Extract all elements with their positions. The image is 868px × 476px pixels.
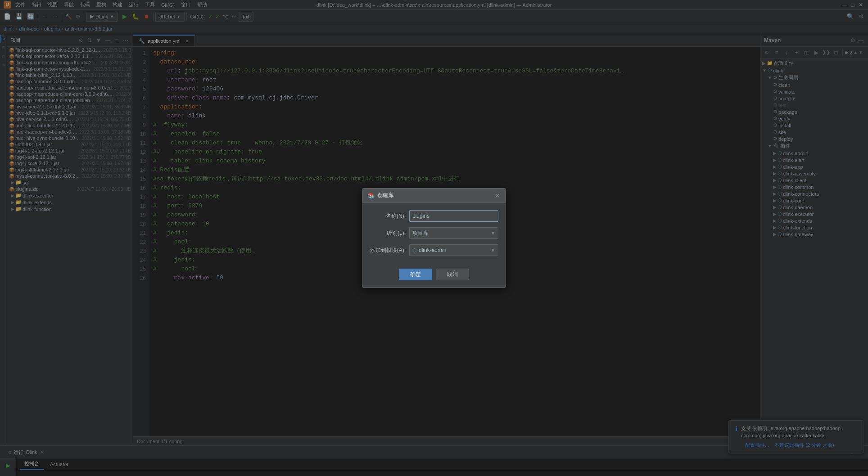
settings-icon-toolbar[interactable]: ⚙	[856, 12, 866, 22]
maven-settings-icon[interactable]: ⚙	[849, 37, 856, 44]
list-item[interactable]: ▶ 📁 sql	[7, 179, 133, 186]
settings-icon[interactable]: ⚙	[74, 12, 82, 22]
save-button[interactable]: 💾	[14, 12, 24, 22]
maven-thread-up[interactable]: ▲	[853, 50, 858, 55]
menu-nav[interactable]: 导航	[62, 1, 76, 8]
menu-file[interactable]: 文件	[14, 1, 27, 8]
list-item[interactable]: 📦 hadoop-mapreduce-client-jobclient-3.0.…	[7, 97, 133, 103]
list-item[interactable]: 📦 flink-sql-connector-mongodb-cdc-2.1.1.…	[7, 59, 133, 66]
maven-close-icon[interactable]: —	[857, 37, 864, 44]
git-check-icon[interactable]: ✓	[207, 12, 213, 22]
minimize-button[interactable]: —	[841, 1, 848, 9]
dialog-addto-select[interactable]: ⬡ dlink-admin ▼	[409, 244, 498, 256]
menu-view[interactable]: 视图	[46, 1, 59, 8]
menu-tools[interactable]: 工具	[143, 1, 157, 8]
list-item[interactable]: 📦 flink-sql-connector-mysql-cdc-2.1.1.ja…	[7, 66, 133, 72]
sidebar-sort-icon[interactable]: ⇅	[86, 37, 93, 44]
list-item[interactable]: 📦 plugins.zip 2022/4/7 12:00, 426.99 MB	[7, 186, 133, 192]
maven-dlink-client[interactable]: ▶⬡dlink-client	[760, 177, 868, 184]
editor-tab-application-yml[interactable]: 🔧 application.yml ✕	[133, 35, 195, 46]
maven-refresh-icon[interactable]: ↻	[762, 48, 771, 57]
list-item[interactable]: 📦 hadoop-mapreduce-client-core-3.0.0-cdh…	[7, 91, 133, 97]
maven-download-icon[interactable]: ↓	[782, 48, 791, 57]
run-stop-btn[interactable]: ■	[3, 472, 13, 476]
editor-tab-close[interactable]: ✕	[185, 38, 189, 44]
maven-deploy[interactable]: ⚙deploy	[760, 135, 868, 142]
sidebar-filter-icon[interactable]: ▼	[95, 37, 102, 44]
list-item[interactable]: 📦 libfb303-0.9.3.jar 2022/3/1 15:00, 313…	[7, 141, 133, 148]
maven-list-icon[interactable]: ≡	[772, 48, 781, 57]
list-item[interactable]: 📦 hive-exec-2.1.1-cdh6.2.1.jar 2022/3/1 …	[7, 103, 133, 110]
dialog-cancel-btn[interactable]: 取消	[436, 269, 469, 280]
dialog-confirm-btn[interactable]: 确定	[399, 269, 432, 280]
maven-run-icon[interactable]: ▶	[812, 48, 821, 57]
activity-bookmarks[interactable]: B	[0, 52, 7, 60]
maven-lifecycle-group[interactable]: ▼ ⚙ 生命周期	[760, 74, 868, 81]
breadcrumb-dlink[interactable]: dlink	[4, 26, 14, 31]
maximize-button[interactable]: □	[849, 1, 856, 9]
notification-link2[interactable]: 不建议此插件 (2 分钟 之前)	[774, 442, 834, 449]
undo-icon[interactable]: ↩	[231, 12, 237, 22]
list-item[interactable]: 📦 mysql-connector-java-8.0.22.jar 2022/3…	[7, 173, 133, 179]
run-panel-dlink-tab[interactable]: ⚙ 运行: Dlink ✕	[4, 447, 49, 458]
menu-edit[interactable]: 编辑	[30, 1, 43, 8]
menu-window[interactable]: 窗口	[179, 1, 193, 8]
maven-dlink-extends[interactable]: ▶⬡dlink-extends	[760, 217, 868, 224]
list-item[interactable]: ▶ 📁 dlink-executor	[7, 192, 133, 199]
activity-bigdata[interactable]: D	[0, 61, 7, 69]
maven-thread-down[interactable]: ▼	[859, 50, 863, 55]
tab-actuator[interactable]: Actuator	[45, 459, 73, 470]
forward-button[interactable]: →	[50, 12, 60, 22]
close-button[interactable]: ✕	[857, 1, 864, 9]
list-item[interactable]: ▶ 📁 dlink-extends	[7, 199, 133, 206]
menu-code[interactable]: 代码	[78, 1, 92, 8]
maven-dlink-assembly[interactable]: ▶⬡dlink-assembly	[760, 170, 868, 177]
maven-dlink-admin[interactable]: ▶⬡dlink-admin	[760, 150, 868, 157]
stop-button[interactable]: ■	[141, 12, 151, 22]
list-item[interactable]: 📦 flink-table-blink_2.12-1.13.5.jar 2022…	[7, 72, 133, 78]
maven-validate[interactable]: ⚙validate	[760, 88, 868, 95]
maven-dlink-connectors[interactable]: ▶⬡dlink-connectors	[760, 190, 868, 197]
maven-test[interactable]: ⚙test	[760, 102, 868, 108]
maven-dlink-executor[interactable]: ▶⬡dlink-executor	[760, 211, 868, 217]
dialog-close-btn[interactable]: ✕	[495, 192, 500, 199]
debug-button[interactable]: 🐛	[131, 12, 140, 22]
maven-dlink-item[interactable]: ▼ ⬡ dlink	[760, 67, 868, 74]
notification-link1[interactable]: 配置插件...	[745, 442, 769, 449]
maven-install[interactable]: ⚙install	[760, 122, 868, 129]
menu-run[interactable]: 运行	[127, 1, 140, 8]
list-item[interactable]: 📦 hive-jdbc-2.1.1-cdh6.3.2.jar 2022/3/15…	[7, 110, 133, 116]
maven-dlink-alert[interactable]: ▶⬡dlink-alert	[760, 157, 868, 163]
maven-config-files[interactable]: ▶ 📁 配置文件	[760, 59, 868, 67]
list-item[interactable]: 📦 log4j-api-2.12.1.jar 2022/3/1 15:00, 2…	[7, 154, 133, 160]
activity-project[interactable]: P	[0, 35, 7, 43]
run-button[interactable]: ▶	[120, 12, 130, 22]
dialog-name-input[interactable]	[409, 210, 498, 222]
sidebar-close-icon[interactable]: —	[104, 37, 111, 44]
new-file-button[interactable]: 📄	[2, 12, 13, 22]
menu-build[interactable]: 构建	[111, 1, 124, 8]
list-item[interactable]: 📦 hudi-hive-sync-bundle-0.10.0.jar 2022/…	[7, 135, 133, 141]
git-push-icon[interactable]: ✓	[214, 12, 221, 22]
list-item[interactable]: 📦 log4j-1.2-api-2.12.1.jar 2022/3/1 15:0…	[7, 148, 133, 154]
activity-structure[interactable]: S	[0, 44, 7, 52]
tail-button[interactable]: Tail	[238, 12, 253, 22]
maven-package[interactable]: ⚙package	[760, 108, 868, 115]
sidebar-dots-icon[interactable]: ⋯	[122, 37, 129, 44]
sync-button[interactable]: 🔄	[25, 12, 36, 22]
list-item[interactable]: 📦 flink-sql-connector-hive-2.2.0_2.12-1.…	[7, 47, 133, 53]
tab-console[interactable]: 控制台	[20, 459, 44, 470]
maven-dlink-gateway[interactable]: ▶⬡dlink-gateway	[760, 231, 868, 238]
breadcrumb-dlink-doc[interactable]: dlink-doc	[19, 26, 39, 31]
breadcrumb-jar[interactable]: antlr-runtime-3.5.2.jar	[65, 26, 113, 31]
list-item[interactable]: 📦 log4j-core-2.12.1.jar 2022/3/1 15:00, …	[7, 160, 133, 166]
maven-dlink-app[interactable]: ▶⬡dlink-app	[760, 163, 868, 170]
maven-verify[interactable]: ⚙verify	[760, 115, 868, 122]
maven-dlink-daemon[interactable]: ▶⬡dlink-daemon	[760, 204, 868, 211]
list-item[interactable]: 📦 hudi-flink-bundle_2.12-0.10.0.jar 2022…	[7, 122, 133, 129]
maven-dlink-function[interactable]: ▶⬡dlink-function	[760, 224, 868, 231]
maven-clean[interactable]: ⚙clean	[760, 81, 868, 88]
menu-refactor[interactable]: 重构	[95, 1, 108, 8]
maven-compile[interactable]: ⚙compile	[760, 95, 868, 102]
menu-git[interactable]: Git(G)	[159, 2, 176, 8]
